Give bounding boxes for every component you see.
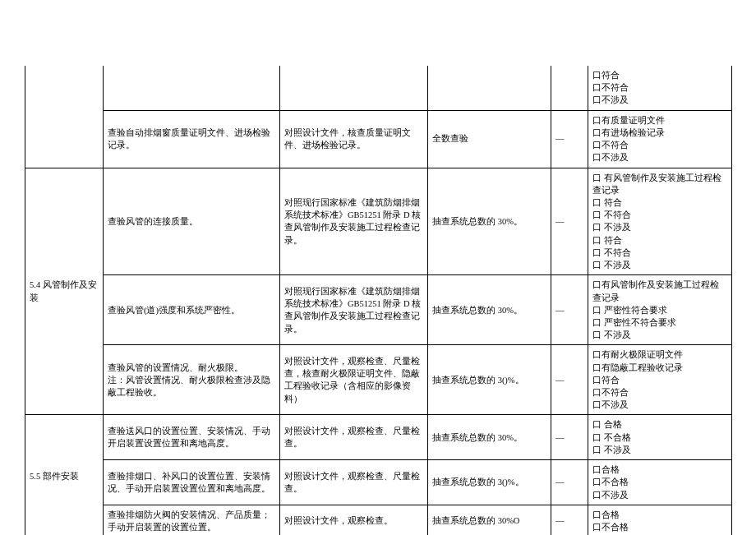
checkbox-option: 口有质量证明文件 xyxy=(592,114,727,127)
qty-cell: 全数查验 xyxy=(428,110,551,168)
checkbox-option: 口不涉及 xyxy=(592,399,727,411)
inspection-table: 口符合 口不符合 口不涉及 查验自动排烟窗质量证明文件、进场检验记录。 对照设计… xyxy=(25,66,732,535)
checkbox-option: 口 不涉及 xyxy=(592,329,727,341)
checkbox-option: 口 有风管制作及安装施工过程检查记录 xyxy=(592,172,727,196)
dash-cell: — xyxy=(551,460,588,505)
checkbox-option: 口 符合 xyxy=(592,234,727,247)
table-row: 5.4 风管制作及安装 查验风管的连接质量。 对照现行国家标准《建筑防烟排烟系统… xyxy=(25,168,732,275)
method-cell: 对照设计文件，观察检查、尺量检查，核查耐火极限证明文件、隐蔽工程验收记录（含相应… xyxy=(280,345,428,415)
checkbox-option: 口不符合 xyxy=(592,386,727,399)
section-cell-prev xyxy=(25,66,104,168)
dash-cell: — xyxy=(551,505,588,535)
qty-cell xyxy=(428,66,551,110)
check-cell: 查验排烟防火阀的安装情况、产品质量；手动开启装置的设置位置。 xyxy=(104,505,280,535)
check-cell: 查验送风口的设置位置、安装情况、手动开启装置设置位置和离地高度。 xyxy=(104,415,280,460)
check-cell: 查验风管的设置情况、耐火极限。 注：风管设置情况、耐火极限检查涉及隐蔽工程验收。 xyxy=(104,345,280,415)
check-cell: 查验排烟口、补风口的设置位置、安装情况、手动开启装置设置位置和离地高度。 xyxy=(104,460,280,505)
method-cell: 对照现行国家标准《建筑防烟排烟系统技术标准》GB51251 附录 D 核查风管制… xyxy=(280,275,428,345)
table-row: 查验自动排烟窗质量证明文件、进场检验记录。 对照设计文件，核查质量证明文件、进场… xyxy=(25,110,732,168)
result-cell: 口有质量证明文件 口有进场检验记录 口不符合 口不涉及 xyxy=(588,110,732,168)
checkbox-option: 口 符合 xyxy=(592,196,727,209)
checkbox-option: 口有风管制作及安装施工过程检查记录 xyxy=(592,279,727,303)
checkbox-option: 口 不符合 xyxy=(592,247,727,259)
dash-cell: — xyxy=(551,415,588,460)
method-cell: 对照设计文件，核查质量证明文件、进场检验记录。 xyxy=(280,110,428,168)
result-cell: 口有耐火极限证明文件 口有隐蔽工程验收记录 口符合 口不符合 口不涉及 xyxy=(588,345,732,415)
table-row: 查验排烟口、补风口的设置位置、安装情况、手动开启装置设置位置和离地高度。 对照设… xyxy=(25,460,732,505)
checkbox-option: 口 不涉及 xyxy=(592,221,727,233)
dash-cell xyxy=(551,66,588,110)
table-row: 查验排烟防火阀的安装情况、产品质量；手动开启装置的设置位置。 对照设计文件，观察… xyxy=(25,505,732,535)
qty-cell: 抽查系统总数的 3()%。 xyxy=(428,460,551,505)
checkbox-option: 口不涉及 xyxy=(592,489,727,501)
dash-cell: — xyxy=(551,275,588,345)
method-cell: 对照现行国家标准《建筑防烟排烟系统技术标准》GB51251 附录 D 核查风管制… xyxy=(280,168,428,275)
check-cell: 查验自动排烟窗质量证明文件、进场检验记录。 xyxy=(104,110,280,168)
table-row: 5.5 部件安装 查验送风口的设置位置、安装情况、手动开启装置设置位置和离地高度… xyxy=(25,415,732,460)
result-cell: 口 合格 口 不合格 口 不涉及 xyxy=(588,415,732,460)
checkbox-option: 口 不涉及 xyxy=(592,444,727,456)
table-row: 查验风管的设置情况、耐火极限。 注：风管设置情况、耐火极限检查涉及隐蔽工程验收。… xyxy=(25,345,732,415)
checkbox-option: 口不涉及 xyxy=(592,151,727,164)
checkbox-option: 口符合 xyxy=(592,374,727,386)
checkbox-option: 口有进场检验记录 xyxy=(592,127,727,139)
check-cell: 查验风管(道)强度和系统严密性。 xyxy=(104,275,280,345)
checkbox-option: 口不合格 xyxy=(592,521,727,533)
checkbox-option: 口 不合格 xyxy=(592,431,727,444)
qty-cell: 抽查系统总数的 3()%。 xyxy=(428,345,551,415)
section-cell-55: 5.5 部件安装 xyxy=(25,415,104,535)
checkbox-option: 口不符合 xyxy=(592,81,727,94)
checkbox-option: 口 不符合 xyxy=(592,209,727,221)
checkbox-option: 口符合 xyxy=(592,69,727,81)
qty-cell: 抽查系统总数的 30%O xyxy=(428,505,551,535)
qty-cell: 抽查系统总数的 30%。 xyxy=(428,275,551,345)
checkbox-option: 口 严密性不符合要求 xyxy=(592,316,727,329)
checkbox-option: 口合格 xyxy=(592,464,727,476)
dash-cell: — xyxy=(551,168,588,275)
table-row: 口符合 口不符合 口不涉及 xyxy=(25,66,732,110)
check-cell: 查验风管的连接质量。 xyxy=(104,168,280,275)
result-cell: 口 有风管制作及安装施工过程检查记录 口 符合 口 不符合 口 不涉及 口 符合… xyxy=(588,168,732,275)
method-cell: 对照设计文件，观察检查、尺量检查。 xyxy=(280,415,428,460)
section-cell-54: 5.4 风管制作及安装 xyxy=(25,168,104,415)
dash-cell: — xyxy=(551,110,588,168)
table-row: 查验风管(道)强度和系统严密性。 对照现行国家标准《建筑防烟排烟系统技术标准》G… xyxy=(25,275,732,345)
checkbox-option: 口有耐火极限证明文件 xyxy=(592,348,727,361)
result-cell: 口有风管制作及安装施工过程检查记录 口 严密性符合要求 口 严密性不符合要求 口… xyxy=(588,275,732,345)
qty-cell: 抽查系统总数的 30%。 xyxy=(428,415,551,460)
method-cell: 对照设计文件，观察检查、尺量检查。 xyxy=(280,460,428,505)
checkbox-option: 口不符合 xyxy=(592,139,727,151)
method-cell: 对照设计文件，观察检查。 xyxy=(280,505,428,535)
checkbox-option: 口合格 xyxy=(592,509,727,521)
checkbox-option: 口有隐蔽工程验收记录 xyxy=(592,362,727,374)
result-cell: 口合格 口不合格 口不涉及 xyxy=(588,460,732,505)
checkbox-option: 口 严密性符合要求 xyxy=(592,304,727,316)
qty-cell: 抽查系统总数的 30%。 xyxy=(428,168,551,275)
checkbox-option: 口不合格 xyxy=(592,476,727,488)
result-cell: 口合格 口不合格 xyxy=(588,505,732,535)
checkbox-option: 口 不涉及 xyxy=(592,259,727,271)
dash-cell: — xyxy=(551,345,588,415)
checkbox-option: 口不涉及 xyxy=(592,94,727,106)
checkbox-option: 口 合格 xyxy=(592,418,727,431)
check-cell xyxy=(104,66,280,110)
result-cell: 口符合 口不符合 口不涉及 xyxy=(588,66,732,110)
method-cell xyxy=(280,66,428,110)
